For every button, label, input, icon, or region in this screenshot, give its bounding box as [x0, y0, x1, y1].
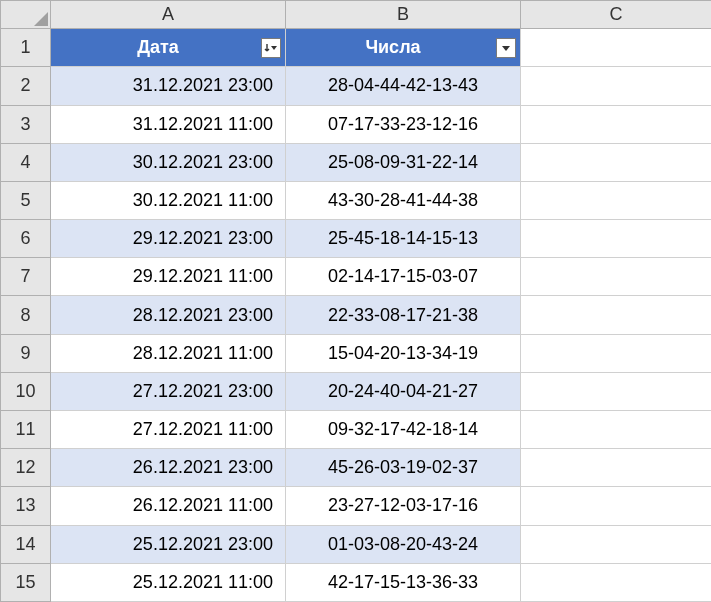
- row-header[interactable]: 5: [1, 181, 51, 219]
- col-header-A[interactable]: A: [51, 1, 286, 29]
- row-header[interactable]: 15: [1, 563, 51, 601]
- cell-nums[interactable]: 22-33-08-17-21-38: [286, 296, 521, 334]
- cell-date[interactable]: 30.12.2021 11:00: [51, 181, 286, 219]
- table-row: 12 26.12.2021 23:00 45-26-03-19-02-37: [1, 449, 712, 487]
- cell-nums[interactable]: 25-45-18-14-15-13: [286, 220, 521, 258]
- row-header[interactable]: 3: [1, 105, 51, 143]
- col-header-B[interactable]: B: [286, 1, 521, 29]
- cell-nums[interactable]: 09-32-17-42-18-14: [286, 411, 521, 449]
- chevron-down-icon: [500, 42, 512, 54]
- table-row: 3 31.12.2021 11:00 07-17-33-23-12-16: [1, 105, 712, 143]
- filter-button[interactable]: [496, 38, 516, 58]
- cell-date[interactable]: 28.12.2021 11:00: [51, 334, 286, 372]
- row-header[interactable]: 2: [1, 67, 51, 105]
- row-header[interactable]: 12: [1, 449, 51, 487]
- table-row: 9 28.12.2021 11:00 15-04-20-13-34-19: [1, 334, 712, 372]
- cell-date[interactable]: 29.12.2021 23:00: [51, 220, 286, 258]
- row-header[interactable]: 6: [1, 220, 51, 258]
- cell[interactable]: [521, 487, 712, 525]
- row-header[interactable]: 8: [1, 296, 51, 334]
- table-row: 15 25.12.2021 11:00 42-17-15-13-36-33: [1, 563, 712, 601]
- row-header[interactable]: 9: [1, 334, 51, 372]
- cell-date[interactable]: 31.12.2021 23:00: [51, 67, 286, 105]
- cell-nums[interactable]: 23-27-12-03-17-16: [286, 487, 521, 525]
- cell-nums[interactable]: 07-17-33-23-12-16: [286, 105, 521, 143]
- table-row: 10 27.12.2021 23:00 20-24-40-04-21-27: [1, 372, 712, 410]
- cell-date[interactable]: 27.12.2021 11:00: [51, 411, 286, 449]
- table-row: 1 Дата Числа: [1, 29, 712, 67]
- header-label: Дата: [137, 37, 179, 57]
- column-header-row: A B C: [1, 1, 712, 29]
- cell-date[interactable]: 26.12.2021 23:00: [51, 449, 286, 487]
- cell-nums[interactable]: 42-17-15-13-36-33: [286, 563, 521, 601]
- cell[interactable]: [521, 372, 712, 410]
- cell[interactable]: [521, 67, 712, 105]
- cell-date[interactable]: 31.12.2021 11:00: [51, 105, 286, 143]
- sort-descending-icon: [264, 41, 278, 55]
- table-row: 11 27.12.2021 11:00 09-32-17-42-18-14: [1, 411, 712, 449]
- row-header[interactable]: 13: [1, 487, 51, 525]
- cell[interactable]: [521, 29, 712, 67]
- table-row: 14 25.12.2021 23:00 01-03-08-20-43-24: [1, 525, 712, 563]
- cell[interactable]: [521, 411, 712, 449]
- cell-nums[interactable]: 15-04-20-13-34-19: [286, 334, 521, 372]
- col-header-C[interactable]: C: [521, 1, 712, 29]
- table-row: 6 29.12.2021 23:00 25-45-18-14-15-13: [1, 220, 712, 258]
- row-header[interactable]: 14: [1, 525, 51, 563]
- row-header[interactable]: 1: [1, 29, 51, 67]
- cell[interactable]: [521, 449, 712, 487]
- cell[interactable]: [521, 525, 712, 563]
- cell[interactable]: [521, 563, 712, 601]
- header-label: Числа: [365, 37, 420, 57]
- table-row: 5 30.12.2021 11:00 43-30-28-41-44-38: [1, 181, 712, 219]
- cell-nums[interactable]: 45-26-03-19-02-37: [286, 449, 521, 487]
- cell[interactable]: [521, 258, 712, 296]
- cell-nums[interactable]: 43-30-28-41-44-38: [286, 181, 521, 219]
- cell-nums[interactable]: 01-03-08-20-43-24: [286, 525, 521, 563]
- row-header[interactable]: 4: [1, 143, 51, 181]
- table-row: 7 29.12.2021 11:00 02-14-17-15-03-07: [1, 258, 712, 296]
- cell-date[interactable]: 25.12.2021 23:00: [51, 525, 286, 563]
- cell-nums[interactable]: 20-24-40-04-21-27: [286, 372, 521, 410]
- cell[interactable]: [521, 220, 712, 258]
- cell-date[interactable]: 30.12.2021 23:00: [51, 143, 286, 181]
- cell-date[interactable]: 28.12.2021 23:00: [51, 296, 286, 334]
- cell[interactable]: [521, 334, 712, 372]
- row-header[interactable]: 11: [1, 411, 51, 449]
- table-row: 13 26.12.2021 11:00 23-27-12-03-17-16: [1, 487, 712, 525]
- cell-nums[interactable]: 25-08-09-31-22-14: [286, 143, 521, 181]
- cell[interactable]: [521, 105, 712, 143]
- table-row: 2 31.12.2021 23:00 28-04-44-42-13-43: [1, 67, 712, 105]
- table-row: 4 30.12.2021 23:00 25-08-09-31-22-14: [1, 143, 712, 181]
- row-header[interactable]: 7: [1, 258, 51, 296]
- cell[interactable]: [521, 143, 712, 181]
- cell-nums[interactable]: 28-04-44-42-13-43: [286, 67, 521, 105]
- cell-nums[interactable]: 02-14-17-15-03-07: [286, 258, 521, 296]
- filter-sort-button[interactable]: [261, 38, 281, 58]
- select-all-corner[interactable]: [1, 1, 51, 29]
- row-header[interactable]: 10: [1, 372, 51, 410]
- table-row: 8 28.12.2021 23:00 22-33-08-17-21-38: [1, 296, 712, 334]
- cell-date[interactable]: 29.12.2021 11:00: [51, 258, 286, 296]
- spreadsheet-grid: A B C 1 Дата Числа 2 31.12: [0, 0, 711, 602]
- cell-date[interactable]: 27.12.2021 23:00: [51, 372, 286, 410]
- header-cell-date[interactable]: Дата: [51, 29, 286, 67]
- cell[interactable]: [521, 296, 712, 334]
- header-cell-nums[interactable]: Числа: [286, 29, 521, 67]
- cell-date[interactable]: 26.12.2021 11:00: [51, 487, 286, 525]
- cell-date[interactable]: 25.12.2021 11:00: [51, 563, 286, 601]
- cell[interactable]: [521, 181, 712, 219]
